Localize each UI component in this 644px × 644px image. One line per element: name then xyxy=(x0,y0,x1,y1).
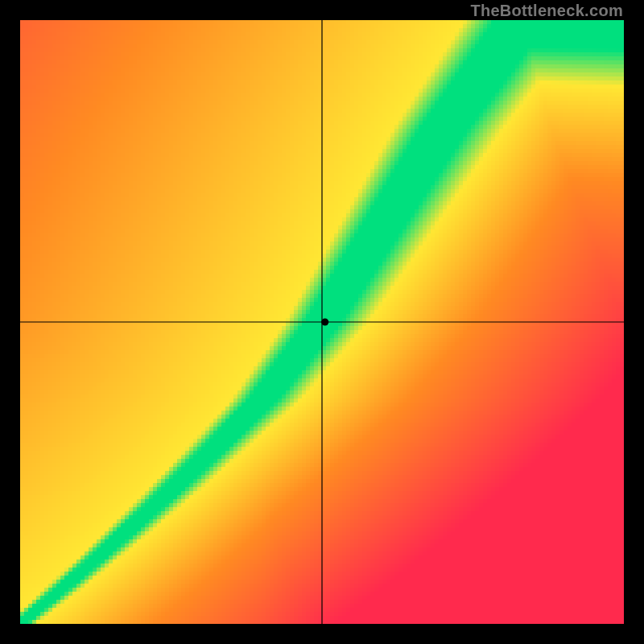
chart-container: { "watermark": "TheBottleneck.com", "col… xyxy=(0,0,644,644)
watermark-text: TheBottleneck.com xyxy=(470,2,623,20)
heatmap-overlay xyxy=(20,20,624,624)
